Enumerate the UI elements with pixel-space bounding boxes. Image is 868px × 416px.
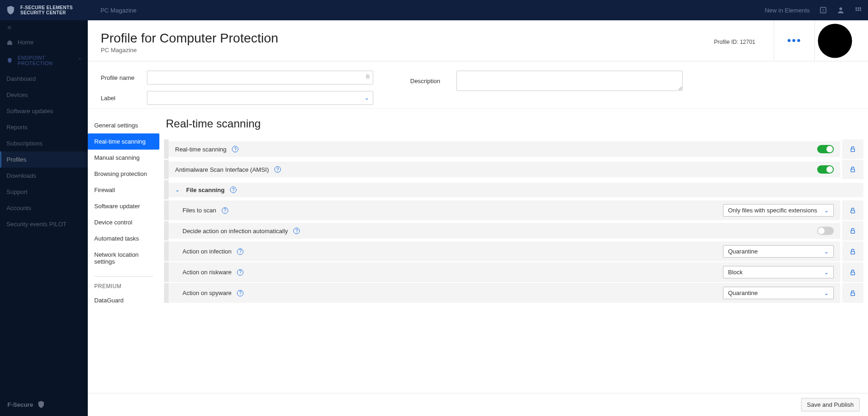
sidebar: « Home ENDPOINT PROTECTION ˄ DashboardDe… bbox=[0, 20, 88, 416]
lock-open-icon bbox=[849, 207, 856, 214]
sidebar-item-home[interactable]: Home bbox=[0, 34, 88, 50]
row-gutter bbox=[164, 283, 169, 303]
select-files-to-scan[interactable]: Only files with specific extensions⌄ bbox=[723, 204, 834, 217]
sidebar-item-dashboard[interactable]: Dashboard bbox=[0, 71, 88, 87]
sidebar-item-support[interactable]: Support bbox=[0, 184, 88, 200]
row-body: Action on riskware?Block⌄ bbox=[169, 262, 840, 282]
home-icon bbox=[6, 39, 13, 46]
lock-button[interactable] bbox=[842, 283, 863, 303]
help-icon[interactable]: ? bbox=[819, 6, 827, 14]
tab-dataguard[interactable]: DataGuard bbox=[88, 292, 159, 308]
sidebar-item-subscriptions[interactable]: Subscriptions bbox=[0, 135, 88, 151]
lock-button[interactable] bbox=[842, 241, 863, 261]
profile-name-input[interactable] bbox=[147, 71, 373, 84]
tab-general-settings[interactable]: General settings bbox=[88, 117, 159, 133]
new-in-elements-link[interactable]: New in Elements bbox=[765, 7, 810, 14]
help-icon[interactable]: ? bbox=[232, 146, 238, 152]
translate-icon[interactable]: ⎘ bbox=[366, 73, 370, 80]
sidebar-item-security-events-pilot[interactable]: Security events PILOT bbox=[0, 216, 88, 232]
svg-rect-12 bbox=[851, 149, 855, 151]
svg-rect-17 bbox=[851, 272, 855, 275]
sidebar-item-downloads[interactable]: Downloads bbox=[0, 168, 88, 184]
lock-open-icon bbox=[849, 248, 856, 255]
collapse-sidebar-button[interactable]: « bbox=[0, 20, 88, 34]
sidebar-item-reports[interactable]: Reports bbox=[0, 119, 88, 135]
help-icon[interactable]: ? bbox=[274, 166, 281, 173]
lock-button[interactable] bbox=[842, 160, 863, 179]
lock-button[interactable] bbox=[842, 221, 863, 241]
profile-name-label: Profile name bbox=[101, 74, 138, 81]
select-value: Block bbox=[728, 269, 743, 276]
sidebar-item-profiles[interactable]: Profiles bbox=[0, 151, 88, 168]
tab-browsing-protection[interactable]: Browsing protection bbox=[88, 166, 159, 182]
select-action-on-spyware[interactable]: Quarantine⌄ bbox=[723, 287, 834, 299]
tab-real-time-scanning[interactable]: Real-time scanning bbox=[88, 133, 159, 150]
help-icon[interactable]: ? bbox=[293, 228, 300, 234]
profile-panel: Profile for Computer Protection PC Magaz… bbox=[88, 20, 868, 416]
setting-label: Action on riskware bbox=[182, 269, 231, 276]
select-action-on-infection[interactable]: Quarantine⌄ bbox=[723, 245, 834, 258]
user-icon[interactable] bbox=[837, 6, 845, 14]
chevron-down-icon: ⌄ bbox=[364, 95, 369, 101]
row-gutter bbox=[164, 160, 169, 179]
setting-row: Files to scan?Only files with specific e… bbox=[164, 200, 863, 220]
svg-rect-7 bbox=[858, 10, 859, 11]
tab-network-location-settings[interactable]: Network location settings bbox=[88, 247, 159, 270]
row-gutter bbox=[164, 262, 169, 282]
svg-rect-8 bbox=[860, 10, 861, 11]
sidebar-item-label: Dashboard bbox=[6, 75, 36, 82]
sidebar-item-software-updates[interactable]: Software updates bbox=[0, 103, 88, 119]
select-value: Only files with specific extensions bbox=[728, 207, 817, 214]
setting-label: File scanning bbox=[186, 187, 225, 193]
tab-automated-tasks[interactable]: Automated tasks bbox=[88, 230, 159, 247]
chevron-down-icon: ⌄ bbox=[824, 248, 829, 255]
help-icon[interactable]: ? bbox=[230, 187, 237, 193]
sidebar-footer-brand: F-Secure bbox=[0, 393, 88, 416]
sidebar-item-label: Reports bbox=[6, 124, 28, 131]
setting-label: Action on spyware bbox=[182, 289, 231, 296]
svg-rect-4 bbox=[858, 7, 859, 9]
toggle-antimalware-scan-interface-amsi-[interactable] bbox=[817, 165, 834, 174]
chevron-down-icon[interactable]: ⌄ bbox=[175, 187, 180, 193]
panel-footer: Save and Publish bbox=[88, 393, 868, 416]
sidebar-item-devices[interactable]: Devices bbox=[0, 87, 88, 103]
row-body: Antimalware Scan Interface (AMSI)? bbox=[169, 162, 840, 177]
help-icon[interactable]: ? bbox=[222, 207, 228, 214]
apps-icon[interactable] bbox=[854, 6, 862, 14]
sidebar-item-accounts[interactable]: Accounts bbox=[0, 200, 88, 216]
chevron-up-icon: ˄ bbox=[79, 58, 81, 64]
tab-firewall[interactable]: Firewall bbox=[88, 182, 159, 198]
save-publish-button[interactable]: Save and Publish bbox=[801, 398, 860, 411]
tab-manual-scanning[interactable]: Manual scanning bbox=[88, 150, 159, 166]
help-icon[interactable]: ? bbox=[237, 248, 243, 255]
profile-id: Profile ID: 12701 bbox=[714, 39, 755, 45]
brand[interactable]: F-SECURE ELEMENTS SECURITY CENTER bbox=[6, 5, 73, 15]
breadcrumb[interactable]: PC Magazine bbox=[100, 7, 136, 14]
close-button[interactable] bbox=[814, 20, 855, 61]
row-body: Action on infection?Quarantine⌄ bbox=[169, 241, 840, 261]
description-input[interactable] bbox=[456, 71, 683, 91]
select-action-on-riskware[interactable]: Block⌄ bbox=[723, 266, 834, 278]
lock-button[interactable] bbox=[842, 139, 863, 159]
lock-button[interactable] bbox=[842, 262, 863, 282]
shield-icon bbox=[6, 57, 13, 64]
label-select[interactable]: ⌄ bbox=[147, 91, 373, 105]
toggle-real-time-scanning[interactable] bbox=[817, 145, 834, 153]
more-actions-button[interactable]: ••• bbox=[774, 20, 814, 61]
toggle-decide-action-on-infection-automatically[interactable] bbox=[817, 227, 834, 235]
sidebar-item-label: Subscriptions bbox=[6, 140, 42, 147]
lock-button[interactable] bbox=[842, 200, 863, 220]
help-icon[interactable]: ? bbox=[237, 269, 243, 276]
sidebar-item-label: Accounts bbox=[6, 205, 31, 211]
help-icon[interactable]: ? bbox=[237, 290, 243, 296]
sidebar-item-label: Software updates bbox=[6, 108, 53, 115]
chevron-down-icon: ⌄ bbox=[824, 269, 829, 276]
topbar: F-SECURE ELEMENTS SECURITY CENTER PC Mag… bbox=[0, 0, 868, 20]
page-subtitle: PC Magazine bbox=[101, 47, 278, 54]
sidebar-section-endpoint[interactable]: ENDPOINT PROTECTION ˄ bbox=[0, 50, 88, 71]
chevron-down-icon: ⌄ bbox=[824, 207, 829, 214]
tab-software-updater[interactable]: Software updater bbox=[88, 198, 159, 214]
brand-logo-icon bbox=[6, 5, 16, 15]
tab-device-control[interactable]: Device control bbox=[88, 214, 159, 230]
sidebar-item-label: Downloads bbox=[6, 172, 36, 179]
